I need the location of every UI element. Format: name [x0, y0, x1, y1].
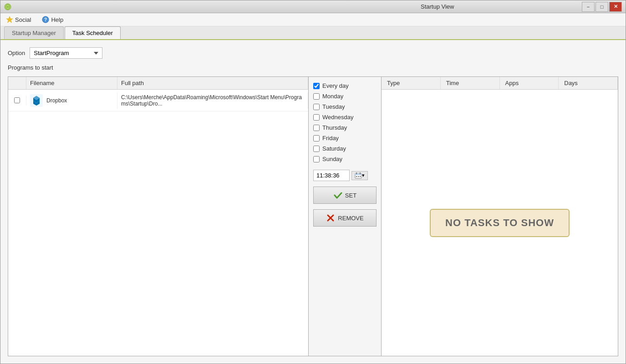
- time-row: 11:38:36 ▾: [313, 170, 377, 181]
- social-icon: [6, 16, 13, 23]
- menu-bar: Social ? Help: [0, 13, 626, 26]
- wednesday-checkbox[interactable]: [313, 114, 320, 121]
- svg-point-2: [7, 6, 9, 7]
- days-panel: Every day Monday Tuesday Wednesday Thurs…: [309, 77, 382, 356]
- help-label: Help: [51, 16, 63, 23]
- monday-row: Monday: [313, 93, 377, 100]
- tabs-bar: Startup Manager Task Scheduler: [0, 26, 626, 40]
- app-fullpath-cell: C:\Users\Merche\AppData\Roaming\Microsof…: [117, 92, 308, 109]
- svg-rect-16: [358, 176, 359, 177]
- every-day-row: Every day: [313, 82, 377, 89]
- set-button[interactable]: SET: [313, 187, 377, 204]
- col-days: Days: [559, 77, 618, 89]
- col-type: Type: [382, 77, 441, 89]
- thursday-label: Thursday: [322, 124, 347, 131]
- col-header-fullpath: Full path: [117, 77, 308, 89]
- row-checkbox-cell: [8, 96, 26, 105]
- app-fullpath: C:\Users\Merche\AppData\Roaming\Microsof…: [121, 94, 302, 107]
- x-icon: [326, 213, 335, 222]
- saturday-checkbox[interactable]: [313, 146, 320, 152]
- window-title: Startup View: [293, 3, 582, 10]
- monday-label: Monday: [322, 93, 343, 100]
- checkmark-icon: [333, 191, 342, 200]
- col-time: Time: [441, 77, 500, 89]
- close-button[interactable]: ✕: [609, 2, 622, 12]
- wednesday-row: Wednesday: [313, 114, 377, 121]
- tuesday-row: Tuesday: [313, 103, 377, 110]
- calendar-icon: [355, 172, 362, 179]
- table-header: Filename Full path: [8, 77, 308, 90]
- help-icon: ?: [42, 16, 49, 23]
- option-row: Option StartProgram ShutdownProgram Rest…: [8, 47, 618, 59]
- tasks-panel: Type Time Apps Days NO TASKS TO SHOW: [382, 77, 618, 356]
- help-menu[interactable]: ? Help: [40, 15, 65, 24]
- programs-section-label: Programs to start: [8, 64, 618, 71]
- sunday-label: Sunday: [322, 156, 342, 162]
- thursday-row: Thursday: [313, 124, 377, 131]
- tuesday-label: Tuesday: [322, 103, 345, 110]
- app-name-cell: Dropbox: [26, 92, 117, 109]
- thursday-checkbox[interactable]: [313, 125, 320, 131]
- tab-startup-manager[interactable]: Startup Manager: [4, 26, 64, 39]
- table-body: Dropbox C:\Users\Merche\AppData\Roaming\…: [8, 90, 308, 356]
- saturday-row: Saturday: [313, 145, 377, 152]
- remove-button[interactable]: REMOVE: [313, 209, 377, 227]
- svg-marker-3: [6, 16, 13, 23]
- main-panel: Filename Full path: [8, 76, 618, 356]
- minimize-button[interactable]: −: [582, 2, 595, 12]
- time-picker-button[interactable]: ▾: [351, 171, 368, 180]
- remove-label: REMOVE: [338, 215, 363, 222]
- svg-rect-17: [360, 176, 361, 177]
- row-checkbox[interactable]: [14, 97, 20, 103]
- tasks-table-header: Type Time Apps Days: [382, 77, 618, 90]
- main-window: Startup View − □ ✕ Social ? Help Startup…: [0, 0, 626, 364]
- col-apps: Apps: [500, 77, 559, 89]
- dropbox-icon: [30, 94, 43, 107]
- maximize-button[interactable]: □: [595, 2, 608, 12]
- title-bar: Startup View − □ ✕: [0, 0, 626, 13]
- time-input[interactable]: 11:38:36: [313, 170, 350, 181]
- programs-table: Filename Full path: [8, 77, 308, 356]
- svg-rect-12: [355, 173, 361, 175]
- option-label: Option: [8, 50, 25, 56]
- wednesday-label: Wednesday: [322, 114, 353, 121]
- set-label: SET: [345, 192, 356, 199]
- social-label: Social: [15, 16, 31, 23]
- monday-checkbox[interactable]: [313, 93, 320, 100]
- friday-row: Friday: [313, 135, 377, 142]
- tab-task-scheduler[interactable]: Task Scheduler: [65, 26, 121, 39]
- friday-label: Friday: [322, 135, 339, 142]
- every-day-checkbox[interactable]: [313, 83, 320, 89]
- svg-text:?: ?: [44, 17, 47, 22]
- tasks-table-body: NO TASKS TO SHOW: [382, 90, 618, 356]
- col-header-filename: Filename: [26, 77, 117, 89]
- app-name: Dropbox: [46, 97, 67, 104]
- col-header-check: [8, 77, 26, 89]
- programs-panel: Filename Full path: [8, 77, 309, 356]
- sunday-checkbox[interactable]: [313, 156, 320, 162]
- sunday-row: Sunday: [313, 156, 377, 162]
- app-icon: [4, 3, 11, 10]
- no-tasks-message: NO TASKS TO SHOW: [430, 209, 570, 237]
- friday-checkbox[interactable]: [313, 135, 320, 142]
- svg-rect-15: [356, 176, 357, 177]
- tuesday-checkbox[interactable]: [313, 104, 320, 110]
- content-area: Option StartProgram ShutdownProgram Rest…: [0, 40, 626, 364]
- social-menu[interactable]: Social: [4, 15, 33, 24]
- window-controls: − □ ✕: [582, 2, 622, 12]
- table-row: Dropbox C:\Users\Merche\AppData\Roaming\…: [8, 90, 308, 111]
- saturday-label: Saturday: [322, 145, 346, 152]
- every-day-label: Every day: [322, 82, 349, 89]
- option-select[interactable]: StartProgram ShutdownProgram RestartProg…: [30, 47, 102, 59]
